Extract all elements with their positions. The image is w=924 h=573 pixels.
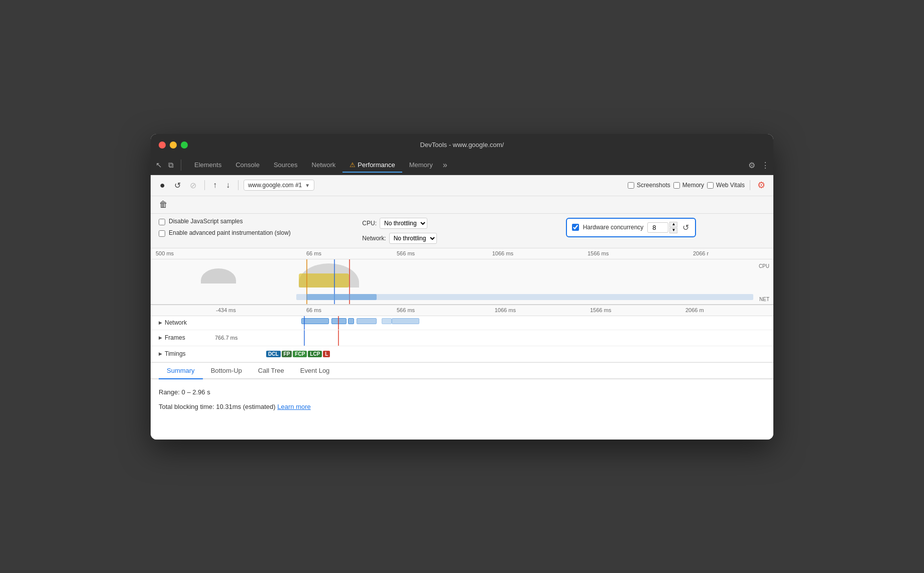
- bottom-tabs: Summary Bottom-Up Call Tree Event Log: [151, 363, 773, 379]
- disable-js-samples-checkbox[interactable]: [159, 219, 165, 225]
- frames-row-label[interactable]: ▶ Frames: [151, 334, 211, 341]
- cpu-label: CPU: [759, 263, 769, 269]
- net-request-5: [382, 318, 392, 324]
- frames-row-content: 766.7 ms: [211, 330, 773, 346]
- hw-concurrency-checkbox[interactable]: [572, 224, 579, 231]
- cpu-shape-left: [201, 268, 236, 283]
- range-row: Range: 0 – 2.96 s: [159, 387, 765, 397]
- screenshots-checkbox[interactable]: [628, 182, 634, 189]
- network-triangle-icon: ▶: [159, 320, 162, 325]
- cursor-icon[interactable]: ↖: [155, 160, 163, 171]
- network-throttle-row: Network: No throttling: [362, 233, 561, 244]
- tab-bar-icons: ↖ ⧉: [155, 160, 181, 171]
- content-area: Range: 0 – 2.96 s Total blocking time: 1…: [151, 379, 773, 440]
- screenshots-checkbox-label[interactable]: Screenshots: [628, 182, 670, 189]
- ruler-label-66ms-top: 66 ms: [306, 250, 321, 256]
- detail-vline-blue: [304, 316, 305, 330]
- options-col-mid: CPU: No throttling Network: No throttlin…: [362, 218, 561, 244]
- capture-settings-button[interactable]: ⚙: [755, 179, 767, 192]
- net-bar-main: [306, 294, 377, 300]
- tab-summary[interactable]: Summary: [159, 363, 203, 379]
- tab-memory[interactable]: Memory: [402, 158, 440, 173]
- ruler-label-566ms-top: 566 ms: [397, 250, 415, 256]
- record-button[interactable]: ●: [157, 178, 168, 193]
- tab-event-log[interactable]: Event Log: [292, 363, 338, 379]
- enable-paint-label[interactable]: Enable advanced paint instrumentation (s…: [159, 229, 358, 237]
- tab-bottom-up[interactable]: Bottom-Up: [203, 363, 250, 379]
- ruler-label-1066ms-top: 1066 ms: [492, 250, 513, 256]
- ruler-label-2066r-top: 2066 r: [693, 250, 709, 256]
- net-request-1: [301, 318, 329, 324]
- ruler-minus-434: -434 ms: [216, 307, 236, 313]
- maximize-button[interactable]: [181, 141, 188, 149]
- range-label: Range:: [159, 388, 180, 396]
- enable-paint-checkbox[interactable]: [159, 230, 165, 237]
- delete-recording-button[interactable]: 🗑: [157, 198, 170, 211]
- spinner-up-button[interactable]: ▲: [669, 222, 677, 227]
- kebab-menu-icon[interactable]: ⋮: [761, 161, 769, 170]
- badge-fp: FP: [282, 351, 292, 357]
- disable-js-samples-label[interactable]: Disable JavaScript samples: [159, 218, 358, 225]
- web-vitals-checkbox[interactable]: [707, 182, 714, 189]
- tab-bar-right: ⚙ ⋮: [748, 161, 769, 170]
- network-throttle-select[interactable]: No throttling: [389, 233, 437, 244]
- hw-concurrency-input[interactable]: 8: [647, 222, 668, 233]
- network-row-label[interactable]: ▶ Network: [151, 319, 211, 326]
- separator-1: [204, 180, 205, 190]
- details-ruler: -434 ms 66 ms 566 ms 1066 ms 1566 ms 206…: [151, 305, 773, 316]
- tab-call-tree[interactable]: Call Tree: [250, 363, 292, 379]
- title-bar: DevTools - www.google.com/: [151, 134, 773, 156]
- network-row-content: [211, 316, 773, 330]
- tab-performance[interactable]: ⚠Performance: [342, 158, 402, 173]
- save-profile-button[interactable]: ↓: [223, 179, 233, 192]
- timings-badges-area: DCL FP FCP LCP L: [211, 346, 773, 362]
- url-selector-text: www.google.com #1: [248, 182, 302, 189]
- blocking-time-row: Total blocking time: 10.31ms (estimated)…: [159, 402, 765, 412]
- learn-more-link[interactable]: Learn more: [277, 403, 310, 410]
- web-vitals-checkbox-label[interactable]: Web Vitals: [707, 182, 745, 189]
- badge-dcl: DCL: [266, 351, 281, 357]
- badge-l: L: [323, 351, 330, 357]
- timeline-area: 500 ms 66 ms 566 ms 1066 ms 1566 ms 2066…: [151, 248, 773, 305]
- blocking-time-text: Total blocking time: 10.31ms (estimated): [159, 403, 276, 410]
- more-tabs-button[interactable]: »: [440, 161, 450, 170]
- timeline-canvas[interactable]: CPU NET: [151, 259, 773, 305]
- ruler-66ms: 66 ms: [306, 307, 321, 313]
- ruler-2066m: 2066 m: [685, 307, 704, 313]
- tab-sources[interactable]: Sources: [267, 158, 305, 173]
- devtools-window: DevTools - www.google.com/ ↖ ⧉ Elements …: [151, 134, 773, 440]
- ruler-566ms: 566 ms: [397, 307, 415, 313]
- clear-recording-button[interactable]: ⊘: [187, 179, 199, 192]
- tab-console[interactable]: Console: [228, 158, 267, 173]
- spinner-down-button[interactable]: ▼: [669, 228, 677, 233]
- net-request-2: [331, 318, 346, 324]
- frames-vline-blue: [304, 330, 305, 346]
- reload-record-button[interactable]: ↺: [171, 179, 184, 192]
- url-selector[interactable]: www.google.com #1 ▼: [244, 180, 314, 191]
- minimize-button[interactable]: [170, 141, 177, 149]
- layers-icon[interactable]: ⧉: [167, 160, 175, 171]
- performance-warning-icon: ⚠: [350, 161, 356, 169]
- load-profile-button[interactable]: ↑: [210, 179, 220, 192]
- frames-duration: 766.7 ms: [213, 335, 238, 341]
- memory-checkbox[interactable]: [673, 182, 680, 189]
- options-col-right: Hardware concurrency 8 ▲ ▼ ↺: [566, 218, 765, 237]
- hw-concurrency-reset-button[interactable]: ↺: [681, 222, 690, 233]
- detail-vline-red: [338, 316, 339, 330]
- timings-triangle-icon: ▶: [159, 351, 162, 356]
- ruler-1066ms: 1066 ms: [495, 307, 516, 313]
- tab-network[interactable]: Network: [305, 158, 343, 173]
- net-request-4: [357, 318, 377, 324]
- close-button[interactable]: [159, 141, 166, 149]
- settings-icon[interactable]: ⚙: [748, 161, 755, 170]
- ruler-label-500ms: 500 ms: [156, 250, 174, 256]
- cpu-throttle-select[interactable]: No throttling: [380, 218, 427, 229]
- cpu-throttle-row: CPU: No throttling: [362, 218, 561, 229]
- timings-row-label[interactable]: ▶ Timings: [151, 350, 211, 357]
- tab-elements[interactable]: Elements: [187, 158, 228, 173]
- network-row: ▶ Network: [151, 316, 773, 330]
- hardware-concurrency-box: Hardware concurrency 8 ▲ ▼ ↺: [566, 218, 697, 237]
- memory-checkbox-label[interactable]: Memory: [673, 182, 704, 189]
- traffic-lights: [159, 141, 188, 149]
- badge-lcp: LCP: [308, 351, 322, 357]
